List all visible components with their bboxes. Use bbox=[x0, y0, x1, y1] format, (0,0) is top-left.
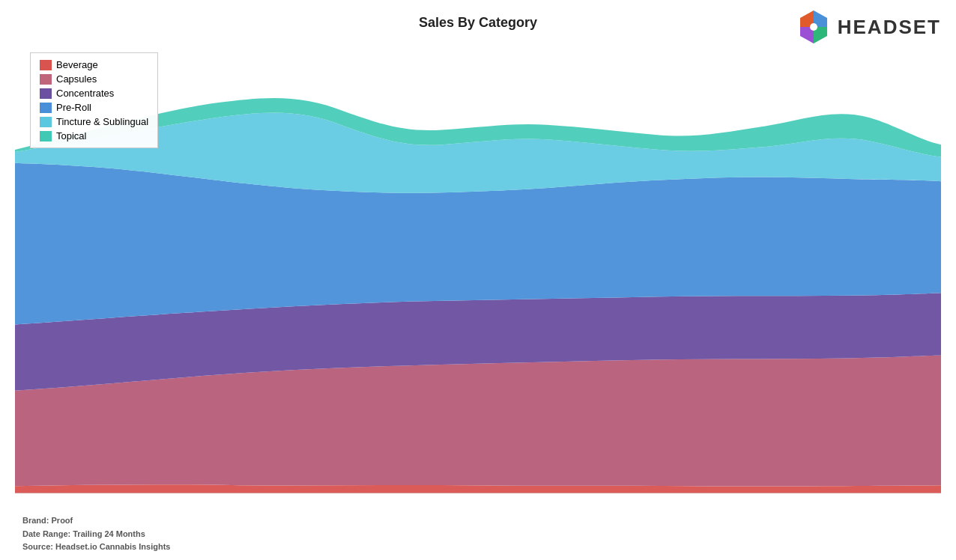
footer-source: Source: Headset.io Cannabis Insights bbox=[22, 541, 170, 554]
legend-item-topical: Topical bbox=[40, 130, 148, 141]
legend-item-preroll: Pre-Roll bbox=[40, 102, 148, 113]
footer-daterange: Date Range: Trailing 24 Months bbox=[22, 528, 170, 541]
footer-daterange-value: Trailing 24 Months bbox=[73, 529, 145, 538]
footer-brand-value: Proof bbox=[52, 516, 73, 525]
legend-color-preroll bbox=[40, 103, 52, 113]
legend-color-concentrates bbox=[40, 88, 52, 99]
headset-logo-icon bbox=[796, 9, 832, 45]
chart-container: HEADSET Sales By Category Beverage Capsu… bbox=[0, 0, 956, 560]
footer-source-value: Headset.io Cannabis Insights bbox=[55, 542, 170, 551]
logo-text: HEADSET bbox=[838, 16, 941, 39]
legend-label-concentrates: Concentrates bbox=[56, 88, 114, 99]
legend-label-preroll: Pre-Roll bbox=[56, 102, 91, 113]
legend-item-concentrates: Concentrates bbox=[40, 88, 148, 99]
footer-brand-label: Brand: bbox=[22, 516, 49, 525]
legend-item-beverage: Beverage bbox=[40, 59, 148, 70]
logo-area: HEADSET bbox=[796, 9, 941, 45]
footer-source-label: Source: bbox=[22, 542, 53, 551]
footer-daterange-label: Date Range: bbox=[22, 529, 70, 538]
legend-label-tincture: Tincture & Sublingual bbox=[56, 116, 148, 127]
footer-brand: Brand: Proof bbox=[22, 514, 170, 528]
legend-label-topical: Topical bbox=[56, 130, 86, 141]
legend-color-beverage bbox=[40, 60, 52, 70]
svg-point-6 bbox=[810, 23, 817, 31]
chart-footer: Brand: Proof Date Range: Trailing 24 Mon… bbox=[22, 514, 170, 554]
legend-color-tincture bbox=[40, 117, 52, 127]
legend-item-capsules: Capsules bbox=[40, 73, 148, 85]
legend-color-topical bbox=[40, 131, 52, 141]
legend-label-capsules: Capsules bbox=[56, 73, 97, 85]
legend-item-tincture: Tincture & Sublingual bbox=[40, 116, 148, 127]
legend-color-capsules bbox=[40, 74, 52, 85]
legend-label-beverage: Beverage bbox=[56, 59, 98, 70]
legend: Beverage Capsules Concentrates Pre-Roll … bbox=[30, 52, 158, 148]
